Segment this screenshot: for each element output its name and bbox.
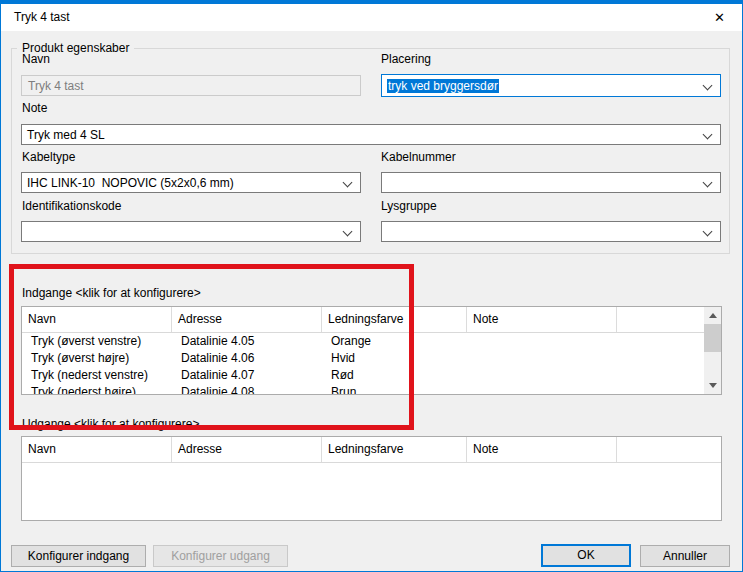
- cell-note: [467, 332, 617, 349]
- konfigurer-indgang-button[interactable]: Konfigurer indgang: [11, 545, 146, 567]
- table-row[interactable]: Tryk (nederst højre) Datalinie 4.08 Brun: [22, 383, 704, 394]
- indgange-section-label: Indgange <klik for at konfigurere>: [22, 286, 201, 300]
- note-combobox[interactable]: Tryk med 4 SL: [21, 124, 721, 145]
- close-button[interactable]: ✕: [697, 4, 742, 31]
- column-header-empty: [617, 307, 704, 332]
- chevron-down-icon: [343, 178, 353, 188]
- titlebar: Tryk 4 tast ✕: [1, 4, 742, 31]
- cell-note: [467, 349, 617, 366]
- cell-adresse: Datalinie 4.05: [172, 332, 322, 349]
- kabeltype-value: IHC LINK-10 NOPOVIC (5x2x0,6 mm): [27, 176, 234, 190]
- cell-adresse: Datalinie 4.06: [172, 349, 322, 366]
- kabelnummer-combobox[interactable]: [381, 172, 721, 193]
- udgange-table-body: [22, 462, 721, 520]
- dialog-tryk-4-tast: Tryk 4 tast ✕ Produkt egenskaber Navn Tr…: [0, 0, 743, 572]
- column-header-note[interactable]: Note: [467, 437, 617, 462]
- cell-ledningsfarve: Orange: [322, 332, 467, 349]
- kabelnummer-label: Kabelnummer: [381, 150, 456, 164]
- identifikationskode-combobox[interactable]: [21, 221, 361, 242]
- column-header-navn[interactable]: Navn: [22, 307, 172, 332]
- scroll-thumb[interactable]: [704, 324, 721, 352]
- column-header-empty: [617, 437, 721, 462]
- lysgruppe-label: Lysgruppe: [381, 199, 437, 213]
- indgange-table-header: Navn Adresse Ledningsfarve Note: [22, 307, 704, 333]
- table-row[interactable]: Tryk (nederst venstre) Datalinie 4.07 Rø…: [22, 366, 704, 383]
- lysgruppe-combobox[interactable]: [381, 221, 721, 242]
- cell-note: [467, 383, 617, 394]
- column-header-ledningsfarve[interactable]: Ledningsfarve: [322, 437, 467, 462]
- column-header-navn[interactable]: Navn: [22, 437, 172, 462]
- kabeltype-combobox[interactable]: IHC LINK-10 NOPOVIC (5x2x0,6 mm): [21, 172, 361, 193]
- udgange-table[interactable]: Navn Adresse Ledningsfarve Note: [21, 436, 722, 521]
- column-header-ledningsfarve[interactable]: Ledningsfarve: [322, 307, 467, 332]
- column-header-note[interactable]: Note: [467, 307, 617, 332]
- identifikationskode-label: Identifikationskode: [22, 199, 121, 213]
- column-header-adresse[interactable]: Adresse: [172, 437, 322, 462]
- scroll-up-icon: [709, 313, 717, 318]
- note-label: Note: [22, 101, 47, 115]
- window-title: Tryk 4 tast: [14, 4, 70, 31]
- scroll-down-button[interactable]: [704, 377, 721, 394]
- konfigurer-udgang-button: Konfigurer udgang: [153, 545, 288, 567]
- column-header-adresse[interactable]: Adresse: [172, 307, 322, 332]
- cell-navn: Tryk (øverst højre): [22, 349, 172, 366]
- cell-ledningsfarve: Hvid: [322, 349, 467, 366]
- navn-field: Tryk 4 tast: [21, 75, 361, 96]
- chevron-down-icon: [703, 178, 713, 188]
- udgange-section-label: Udgange <klik for at konfigurere>: [22, 417, 199, 431]
- cell-navn: Tryk (nederst højre): [22, 383, 172, 394]
- cell-ledningsfarve: Rød: [322, 366, 467, 383]
- placering-combobox[interactable]: tryk ved bryggersdør: [381, 74, 721, 97]
- cell-navn: Tryk (nederst venstre): [22, 366, 172, 383]
- cell-ledningsfarve: Brun: [322, 383, 467, 394]
- indgange-table[interactable]: Navn Adresse Ledningsfarve Note Tryk (øv…: [21, 306, 722, 395]
- annuller-button[interactable]: Annuller: [640, 545, 730, 567]
- scroll-up-button[interactable]: [704, 307, 721, 324]
- cell-adresse: Datalinie 4.07: [172, 366, 322, 383]
- chevron-down-icon: [703, 81, 713, 91]
- table-row[interactable]: Tryk (øverst venstre) Datalinie 4.05 Ora…: [22, 332, 704, 349]
- cell-note: [467, 366, 617, 383]
- placering-label: Placering: [381, 52, 431, 66]
- navn-field-value: Tryk 4 tast: [28, 79, 84, 93]
- navn-label: Navn: [22, 52, 50, 66]
- cell-navn: Tryk (øverst venstre): [22, 332, 172, 349]
- scroll-down-icon: [709, 383, 717, 388]
- chevron-down-icon: [703, 130, 713, 140]
- kabeltype-label: Kabeltype: [22, 150, 75, 164]
- chevron-down-icon: [703, 227, 713, 237]
- ok-button[interactable]: OK: [541, 544, 631, 567]
- close-icon: ✕: [714, 10, 725, 25]
- placering-value: tryk ved bryggersdør: [387, 79, 499, 93]
- indgange-table-body: Tryk (øverst venstre) Datalinie 4.05 Ora…: [22, 332, 704, 394]
- table-row[interactable]: Tryk (øverst højre) Datalinie 4.06 Hvid: [22, 349, 704, 366]
- scrollbar[interactable]: [704, 307, 721, 394]
- cell-adresse: Datalinie 4.08: [172, 383, 322, 394]
- udgange-table-header: Navn Adresse Ledningsfarve Note: [22, 437, 721, 463]
- note-value: Tryk med 4 SL: [27, 128, 105, 142]
- chevron-down-icon: [343, 227, 353, 237]
